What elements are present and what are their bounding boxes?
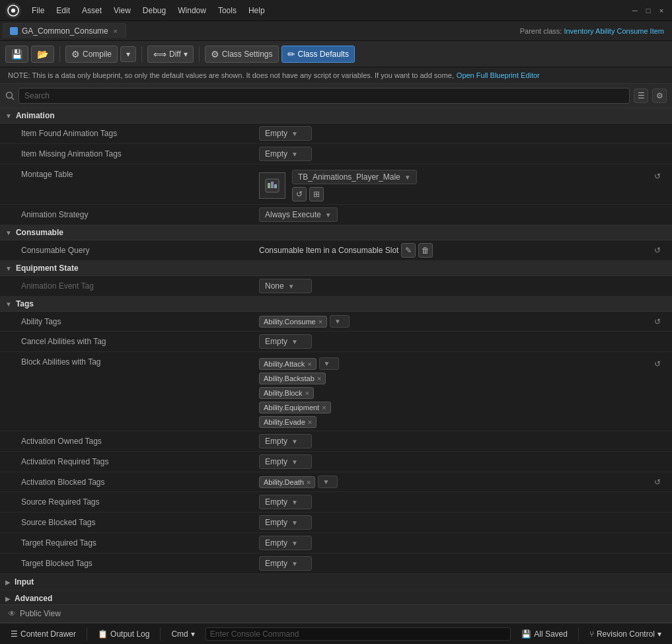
diff-button[interactable]: ⟺ Diff ▾: [147, 46, 194, 63]
animation-strategy-label: Animation Strategy: [8, 210, 259, 219]
cancel-abilities-value: Empty ▼: [259, 334, 664, 349]
open-blueprint-editor-link[interactable]: Open Full Blueprint Editor: [457, 71, 540, 79]
montage-open-button[interactable]: ⊞: [309, 187, 324, 201]
class-defaults-icon: ✏: [287, 49, 295, 59]
montage-reset-button[interactable]: ↺: [651, 170, 664, 183]
section-animation[interactable]: ▼ Animation: [0, 108, 672, 124]
property-consumable-query: Consumable Query Consumable Item in a Co…: [0, 240, 672, 261]
tab-ga-common-consume[interactable]: GA_Common_Consume ×: [3, 23, 126, 38]
equipment-state-section-title: Equipment State: [16, 264, 79, 273]
activation-required-dropdown[interactable]: Empty ▼: [259, 454, 312, 469]
advanced-section-title: Advanced: [15, 594, 52, 603]
menu-view[interactable]: View: [108, 5, 136, 17]
menu-edit[interactable]: Edit: [51, 5, 75, 17]
title-bar: File Edit Asset View Debug Window Tools …: [0, 0, 672, 21]
consumable-query-reset-button[interactable]: ↺: [651, 244, 664, 257]
tag-ability-evade: Ability.Evade ×: [259, 416, 317, 428]
menu-bar: File Edit Asset View Debug Window Tools …: [26, 5, 624, 17]
menu-debug[interactable]: Debug: [137, 5, 171, 17]
activation-blocked-value: Ability.Death × ▼: [259, 476, 651, 488]
svg-rect-6: [271, 182, 274, 188]
all-saved-button[interactable]: 💾 All Saved: [516, 628, 573, 640]
maximize-button[interactable]: □: [643, 5, 653, 16]
animation-strategy-dropdown[interactable]: Always Execute ▼: [259, 207, 338, 222]
consumable-query-delete-button[interactable]: 🗑: [418, 243, 433, 258]
activation-blocked-reset-button[interactable]: ↺: [651, 476, 664, 489]
item-missing-anim-label: Item Missing Animation Tags: [8, 149, 259, 159]
target-required-dropdown[interactable]: Empty ▼: [259, 536, 312, 550]
property-source-blocked-tags: Source Blocked Tags Empty ▼: [0, 513, 672, 533]
dropdown-arrow-15: ▼: [291, 560, 298, 567]
section-equipment-state[interactable]: ▼ Equipment State: [0, 261, 672, 276]
tag-ability-backstab-remove[interactable]: ×: [317, 375, 321, 382]
compile-button[interactable]: ⚙ Compile: [65, 46, 118, 63]
property-cancel-abilities-tag: Cancel Abilities with Tag Empty ▼: [0, 332, 672, 352]
ability-tags-label: Ability Tags: [8, 317, 259, 326]
dropdown-arrow-10: ▼: [291, 458, 298, 466]
search-icon: [5, 91, 15, 100]
section-advanced[interactable]: ▶ Advanced: [0, 590, 672, 604]
activation-owned-dropdown[interactable]: Empty ▼: [259, 434, 312, 448]
cmd-button[interactable]: Cmd ▾: [166, 628, 200, 640]
section-input[interactable]: ▶ Input: [0, 574, 672, 590]
diff-icon: ⟺: [153, 49, 167, 59]
input-chevron-icon: ▶: [5, 579, 11, 586]
section-consumable[interactable]: ▼ Consumable: [0, 225, 672, 240]
activation-blocked-add-dropdown[interactable]: ▼: [318, 476, 338, 488]
dropdown-arrow-9: ▼: [291, 438, 298, 445]
source-blocked-dropdown[interactable]: Empty ▼: [259, 515, 312, 530]
montage-refresh-button[interactable]: ↺: [292, 187, 307, 201]
revision-control-label: Revision Control: [597, 629, 655, 639]
property-animation-strategy: Animation Strategy Always Execute ▼: [0, 205, 672, 225]
animation-chevron-icon: ▼: [5, 112, 12, 120]
minimize-button[interactable]: ─: [630, 5, 640, 16]
tab-close-button[interactable]: ×: [112, 28, 119, 35]
content-drawer-button[interactable]: ☰ Content Drawer: [5, 628, 81, 640]
consumable-query-edit-button[interactable]: ✎: [401, 243, 416, 258]
search-input[interactable]: [19, 88, 630, 104]
class-settings-button[interactable]: ⚙ Class Settings: [205, 46, 279, 63]
tag-ability-consume-remove[interactable]: ×: [318, 318, 322, 326]
montage-thumbnail[interactable]: [259, 172, 285, 199]
class-defaults-button[interactable]: ✏ Class Defaults: [281, 46, 355, 63]
section-tags[interactable]: ▼ Tags: [0, 297, 672, 312]
revision-control-button[interactable]: ⑂ Revision Control ▾: [584, 628, 667, 640]
list-view-button[interactable]: ☰: [634, 89, 648, 103]
menu-window[interactable]: Window: [172, 5, 211, 17]
consumable-query-text: Consumable Item in a Consumable Slot: [259, 246, 398, 255]
public-view-bar[interactable]: 👁 Public View: [0, 604, 672, 623]
block-abilities-reset-button[interactable]: ↺: [651, 357, 664, 371]
animation-event-tag-dropdown[interactable]: None ▼: [259, 279, 312, 293]
tag-ability-block-remove[interactable]: ×: [305, 389, 309, 397]
item-found-anim-dropdown[interactable]: Empty ▼: [259, 126, 312, 141]
console-input[interactable]: [205, 627, 511, 641]
parent-class-link[interactable]: Inventory Ability Consume Item: [564, 27, 664, 35]
source-required-dropdown[interactable]: Empty ▼: [259, 495, 312, 509]
tag-ability-attack-remove[interactable]: ×: [307, 360, 311, 368]
montage-table-label: Montage Table: [8, 170, 259, 179]
menu-help[interactable]: Help: [243, 5, 270, 17]
consumable-query-value: Consumable Item in a Consumable Slot ✎ 🗑: [259, 243, 651, 258]
ability-tags-add-dropdown[interactable]: ▼: [330, 315, 350, 328]
tag-ability-equipment-remove[interactable]: ×: [322, 404, 326, 411]
tag-ability-death-remove[interactable]: ×: [307, 478, 311, 486]
activation-owned-label: Activation Owned Tags: [8, 437, 259, 446]
open-button[interactable]: 📂: [31, 46, 54, 63]
save-button[interactable]: 💾: [5, 46, 28, 63]
target-blocked-dropdown[interactable]: Empty ▼: [259, 556, 312, 571]
close-button[interactable]: ×: [656, 5, 667, 16]
menu-asset[interactable]: Asset: [77, 5, 107, 17]
ability-tags-reset-button[interactable]: ↺: [651, 315, 664, 328]
settings-button[interactable]: ⚙: [652, 89, 667, 103]
menu-tools[interactable]: Tools: [213, 5, 242, 17]
block-abilities-add-dropdown[interactable]: ▼: [319, 357, 339, 370]
menu-file[interactable]: File: [26, 5, 50, 17]
output-log-button[interactable]: 📋 Output Log: [93, 628, 155, 640]
dropdown-arrow-13: ▼: [291, 519, 298, 526]
item-missing-anim-dropdown[interactable]: Empty ▼: [259, 147, 312, 161]
cancel-abilities-dropdown[interactable]: Empty ▼: [259, 334, 312, 349]
montage-name-dropdown[interactable]: TB_Animations_Player_Male ▼: [292, 170, 417, 184]
tag-ability-evade-remove[interactable]: ×: [308, 418, 312, 426]
compile-more-button[interactable]: ▾: [120, 46, 136, 62]
target-blocked-label: Target Blocked Tags: [8, 559, 259, 568]
